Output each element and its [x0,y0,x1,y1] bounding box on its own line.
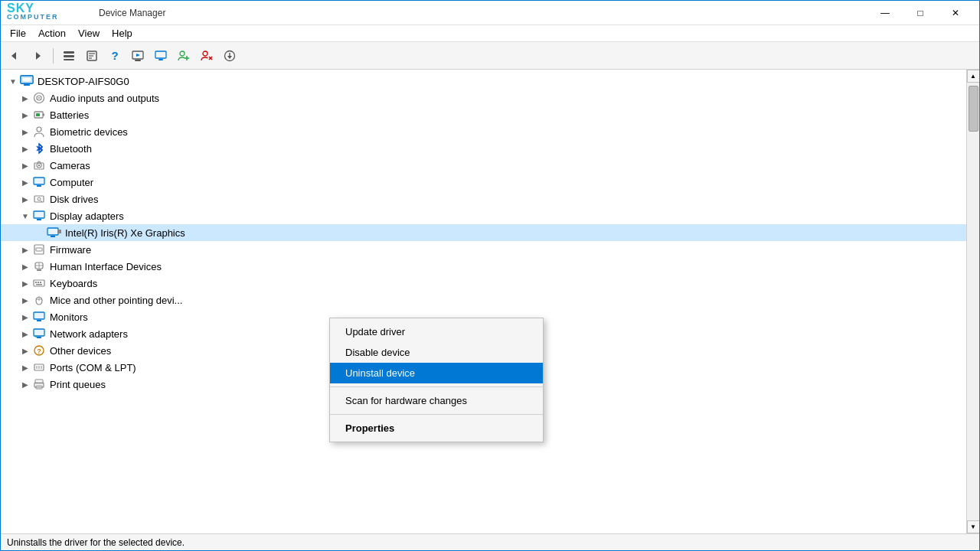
bluetooth-expand-btn[interactable]: ▶ [19,142,31,155]
tree-intel-graphics[interactable]: ▶ Intel(R) Iris(R) Xe Graphics [1,224,966,241]
ports-icon [31,361,47,373]
title-bar: SKY COMPUTER Device Manager — □ ✕ [1,1,979,25]
print-icon [31,378,47,390]
svg-rect-32 [36,113,40,116]
hid-label: Human Interface Devices [50,261,162,272]
network-expand-btn[interactable]: ▶ [19,328,31,340]
download-btn[interactable] [219,45,240,67]
ctx-scan-changes[interactable]: Scan for hardware changes [330,390,543,411]
svg-rect-39 [34,178,44,184]
other-expand-btn[interactable]: ▶ [19,344,31,357]
svg-rect-2 [64,51,74,54]
tree-audio[interactable]: ▶ Audio inputs and outputs [1,90,966,106]
monitors-expand-btn[interactable]: ▶ [19,311,31,323]
batteries-expand-btn[interactable]: ▶ [19,109,31,121]
maximize-btn[interactable]: □ [903,1,938,25]
scroll-track[interactable] [967,83,980,520]
menu-view[interactable]: View [72,26,106,41]
remove-btn[interactable] [196,45,217,67]
svg-marker-22 [227,56,232,59]
scroll-down-btn[interactable]: ▼ [967,520,980,533]
ctx-properties[interactable]: Properties [330,418,543,439]
forward-btn[interactable] [27,45,48,67]
main-content: ▼ DESKTOP-AIFS0G0 ▶ [1,70,979,533]
menu-help[interactable]: Help [106,26,139,41]
menu-action[interactable]: Action [32,26,72,41]
print-expand-btn[interactable]: ▶ [19,378,31,390]
cameras-expand-btn[interactable]: ▶ [19,159,31,171]
svg-point-17 [203,51,207,56]
ctx-sep [330,386,543,387]
back-btn[interactable] [4,45,25,67]
computer-label: Computer [50,177,93,188]
computer-expand-btn[interactable]: ▶ [19,176,31,188]
tree-computer[interactable]: ▶ Computer [1,174,966,191]
svg-rect-4 [64,59,74,60]
bluetooth-label: Bluetooth [50,143,92,155]
menu-file[interactable]: File [4,26,32,41]
ctx-disable-device[interactable]: Disable device [330,342,543,363]
show-hide-btn[interactable] [58,45,80,67]
svg-rect-50 [36,248,42,251]
help-btn[interactable]: ? [104,45,126,67]
scrollbar-vertical[interactable]: ▲ ▼ [966,70,979,533]
network-label: Network adapters [50,328,128,340]
close-btn[interactable]: ✕ [938,1,973,25]
other-icon: ? [31,344,47,357]
disk-expand-btn[interactable]: ▶ [19,193,31,205]
tree-batteries[interactable]: ▶ Batteries [1,106,966,123]
svg-marker-0 [11,52,16,60]
firmware-expand-btn[interactable]: ▶ [19,243,31,256]
tree-bluetooth[interactable]: ▶ Bluetooth [1,140,966,157]
tree-mice[interactable]: ▶ Mice and other pointing devi... [1,292,966,308]
keyboards-label: Keyboards [50,278,97,289]
tree-display[interactable]: ▼ Display adapters [1,207,966,224]
tree-hid[interactable]: ▶ Human Interface Devices [1,258,966,275]
tree-biometric[interactable]: ▶ Biometric devices [1,123,966,140]
device-tree[interactable]: ▼ DESKTOP-AIFS0G0 ▶ [1,70,966,533]
svg-rect-47 [51,236,55,237]
audio-icon [31,92,47,104]
ports-expand-btn[interactable]: ▶ [19,361,31,373]
network-icon [31,328,47,340]
monitors-label: Monitors [50,311,88,323]
intel-label: Intel(R) Iris(R) Xe Graphics [65,227,185,239]
properties-btn[interactable] [81,45,103,67]
monitor-btn[interactable] [150,45,172,67]
intel-icon [47,227,62,239]
biometric-expand-btn[interactable]: ▶ [19,126,31,138]
monitors-icon [31,311,47,323]
tree-cameras[interactable]: ▶ Cameras [1,157,966,174]
svg-rect-26 [22,77,31,82]
svg-point-14 [180,51,185,56]
add-device-btn[interactable] [173,45,194,67]
root-label: DESKTOP-AIFS0G0 [38,76,129,87]
tree-disk[interactable]: ▶ Disk drives [1,191,966,207]
minimize-btn[interactable]: — [867,1,903,25]
hid-expand-btn[interactable]: ▶ [19,260,31,272]
other-label: Other devices [50,345,111,357]
ctx-uninstall-device[interactable]: Uninstall device [330,363,543,383]
tree-firmware[interactable]: ▶ Firmware [1,241,966,258]
keyboards-expand-btn[interactable]: ▶ [19,277,31,289]
svg-point-29 [38,97,40,99]
toolbar-sep-1 [53,48,54,64]
root-expand-btn[interactable]: ▼ [7,75,19,87]
ctx-update-driver[interactable]: Update driver [330,321,543,342]
scroll-up-btn[interactable]: ▲ [967,70,980,83]
tree-keyboards[interactable]: ▶ Keyboards [1,275,966,292]
watermark-line2: COMPUTER [7,13,59,21]
scroll-thumb[interactable] [969,86,978,132]
status-bar: Uninstalls the driver for the selected d… [1,533,979,550]
tree-root[interactable]: ▼ DESKTOP-AIFS0G0 [1,73,966,90]
svg-rect-13 [158,59,163,60]
svg-rect-46 [47,228,58,235]
svg-marker-11 [136,54,140,57]
cameras-icon [31,159,47,171]
mice-expand-btn[interactable]: ▶ [19,294,31,306]
disk-label: Disk drives [50,194,99,205]
display-expand-btn[interactable]: ▼ [19,210,31,222]
svg-rect-63 [34,312,44,319]
run-btn[interactable] [127,45,149,67]
audio-expand-btn[interactable]: ▶ [19,92,31,104]
